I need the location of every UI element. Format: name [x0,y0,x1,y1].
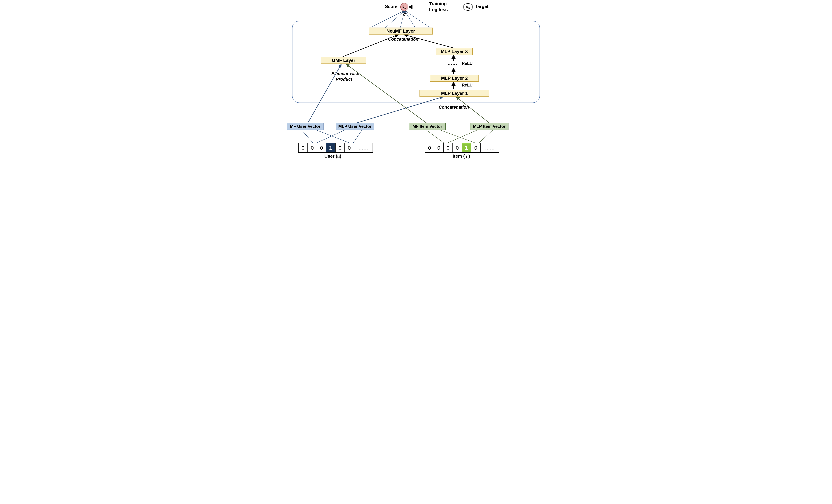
onehot-cell: 0 [344,143,354,153]
target-symbol: xui [466,4,470,9]
onehot-user: 0 0 0 1 0 0 …… [298,143,373,153]
onehot-user-label: User (u) [324,154,341,159]
sigma-label: σ [403,11,406,17]
concat-top-label: Concatenation [388,36,418,42]
relu-1: ReLU [462,61,473,66]
svg-line-21 [447,130,477,143]
training-label-1: Training [429,1,447,6]
svg-line-16 [316,130,350,143]
mf-item-vector: MF Item Vector [409,123,446,130]
gmf-layer: GMF Layer [321,57,366,64]
onehot-cell: 0 [471,143,480,153]
mlp-item-vector: MLP Item Vector [470,123,509,130]
svg-line-18 [353,130,362,143]
onehot-cell: 0 [308,143,317,153]
concat-bottom-label: Concatenation [439,105,469,110]
onehot-cell: 0 [452,143,462,153]
onehot-cell: 0 [335,143,345,153]
onehot-cell: 0 [317,143,326,153]
diagram-canvas: Score x̂ui σ Training Log loss xui Targe… [285,0,547,162]
score-symbol: x̂ui [402,4,407,9]
mlp-dots: …… [447,61,457,66]
onehot-cell: 0 [298,143,308,153]
onehot-item: 0 0 0 0 1 0 …… [425,143,499,153]
target-label: Target [475,4,489,9]
mlp-layer-2: MLP Layer 2 [430,75,479,82]
neumf-layer: NeuMF Layer [369,28,433,34]
onehot-cell: 0 [434,143,444,153]
svg-line-17 [316,130,344,143]
relu-2: ReLU [462,83,473,87]
onehot-cell-ellipsis: …… [354,143,373,153]
onehot-item-label: Item ( i ) [453,154,470,159]
mlp-layer-1: MLP Layer 1 [419,90,489,97]
score-node: x̂ui [400,3,408,11]
ewp-label-1: Element-wise [331,71,359,76]
onehot-cell-ellipsis: …… [480,143,499,153]
mlp-layer-x: MLP Layer X [436,48,473,55]
onehot-cell: 0 [443,143,453,153]
mlp-user-vector: MLP User Vector [336,123,374,130]
svg-line-20 [440,130,475,143]
onehot-cell: 0 [425,143,434,153]
onehot-cell-active: 1 [326,143,336,153]
ewp-label-2: Product [336,77,352,82]
svg-line-19 [426,130,444,143]
svg-line-15 [302,130,313,143]
mf-user-vector: MF User Vector [287,123,323,130]
score-label: Score [385,4,397,9]
target-node: xui [463,3,473,11]
svg-line-22 [479,130,493,143]
training-label-2: Log loss [429,7,448,12]
onehot-cell-active: 1 [462,143,471,153]
